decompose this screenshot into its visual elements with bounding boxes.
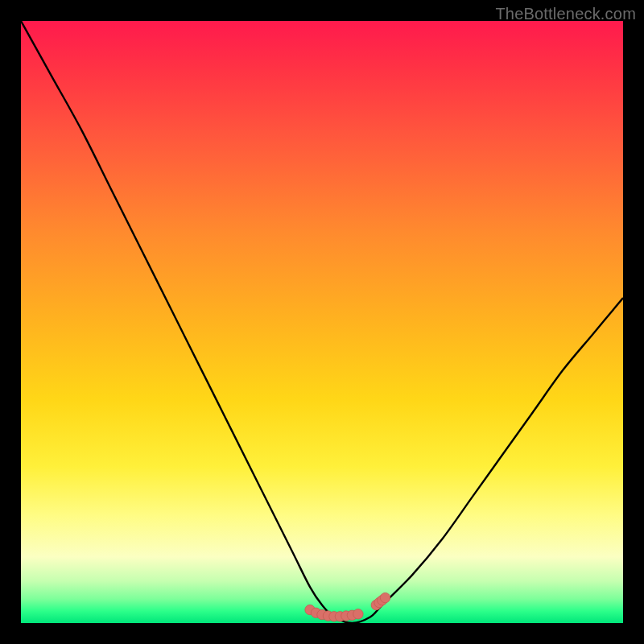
- highlight-markers: [305, 592, 390, 621]
- bottleneck-curve: [21, 21, 623, 623]
- plot-area: [21, 21, 623, 623]
- curve-layer: [21, 21, 623, 623]
- chart-frame: TheBottleneck.com: [0, 0, 644, 644]
- marker-dot: [380, 592, 390, 602]
- marker-dot: [353, 609, 363, 619]
